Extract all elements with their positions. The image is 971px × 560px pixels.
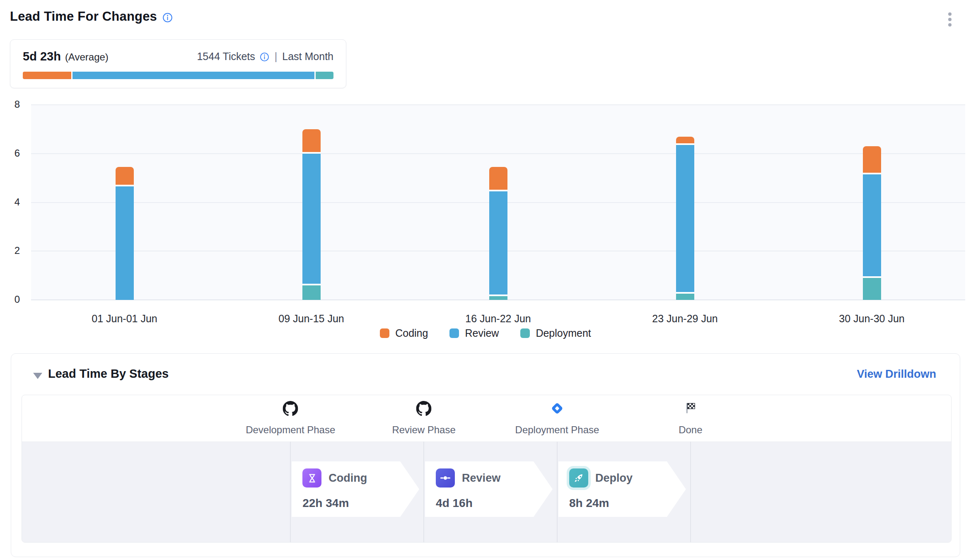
legend-item-review[interactable]: Review [449,327,499,339]
stage-duration: 22h 34m [302,497,419,510]
stacked-bar-5[interactable] [863,105,881,300]
hourglass-icon [302,468,321,488]
view-drilldown-link[interactable]: View Drilldown [857,368,936,381]
y-axis-tick-0: 0 [0,294,20,305]
legend-label: Review [465,327,499,339]
period-label: Last Month [282,51,333,63]
chart-legend: CodingReviewDeployment [0,327,971,339]
legend-item-coding[interactable]: Coding [380,327,428,339]
bar-segment-coding[interactable] [489,167,507,191]
summary-card: 5d 23h (Average) 1544 Tickets | Last Mon… [10,39,346,88]
legend-swatch-coding [380,328,389,338]
y-axis-tick-4: 4 [0,196,20,208]
more-menu-button[interactable] [944,12,956,29]
y-axis-tick-6: 6 [0,147,20,159]
stage-duration: 4d 16h [436,497,553,510]
stage-column-divider [423,442,424,543]
legend-swatch-review [449,328,459,338]
summary-bar-segment-deployment [316,72,333,79]
stage-card-coding[interactable]: Coding22h 34m [292,461,419,517]
bar-segment-deployment[interactable] [676,294,694,300]
github-icon [416,401,432,418]
separator: | [274,51,278,63]
stage-name: Deploy [595,472,633,485]
page-title-text: Lead Time For Changes [10,9,157,24]
phase-label-2: Review Phase [392,424,455,436]
y-axis-tick-8: 8 [0,99,20,110]
legend-label: Coding [395,327,428,339]
stacked-bar-4[interactable] [676,105,694,300]
stage-card-review[interactable]: Review4d 16h [425,461,553,517]
average-lead-time-value: 5d 23h [23,50,61,63]
commit-icon [436,468,455,488]
tickets-count: 1544 Tickets [197,51,255,63]
stage-column-divider [290,442,291,543]
legend-label: Deployment [536,327,591,339]
bar-segment-deployment[interactable] [302,285,321,300]
stacked-bar-1[interactable] [116,105,134,300]
summary-bar-segment-coding [23,72,72,79]
github-icon [283,401,298,418]
bar-segment-deployment[interactable] [863,278,881,300]
stage-card-deploy[interactable]: Deploy8h 24m [558,461,686,517]
legend-item-deployment[interactable]: Deployment [520,327,591,339]
collapse-caret-icon[interactable] [33,373,42,379]
stage-column-divider [690,442,691,543]
x-axis-label-5: 30 Jun-30 Jun [839,313,904,325]
lead-time-widget: Lead Time For Changes 5d 23h (Average) 1… [0,0,971,560]
phase-label-4: Done [679,424,702,436]
bar-segment-coding[interactable] [302,129,321,154]
summary-distribution-bar [23,72,333,79]
x-axis-label-3: 16 Jun-22 Jun [465,313,531,325]
stacked-bar-2[interactable] [302,105,321,300]
bar-segment-review[interactable] [116,186,134,300]
bar-segment-review[interactable] [863,174,881,278]
stages-section-title: Lead Time By Stages [48,367,169,381]
info-icon[interactable] [162,12,173,23]
summary-bar-segment-review [72,72,316,79]
jira-icon [550,401,565,418]
y-axis-tick-2: 2 [0,245,20,256]
stage-name: Coding [328,472,367,485]
bar-segment-review[interactable] [676,145,694,294]
x-axis-label-2: 09 Jun-15 Jun [278,313,344,325]
page-title: Lead Time For Changes [10,9,173,24]
bar-segment-review[interactable] [302,154,321,285]
bar-segment-coding[interactable] [863,146,881,174]
phase-label-1: Development Phase [246,424,335,436]
bar-segment-review[interactable] [489,191,507,296]
rocket-icon [569,468,588,488]
stage-duration: 8h 24m [569,497,686,510]
x-axis-label-4: 23 Jun-29 Jun [652,313,717,325]
phase-label-3: Deployment Phase [515,424,599,436]
stages-table: Development PhaseReview PhaseDeployment … [22,395,952,543]
x-axis-label-1: 01 Jun-01 Jun [92,313,157,325]
bar-segment-coding[interactable] [676,137,694,145]
average-label: (Average) [65,51,109,63]
legend-swatch-deployment [520,328,530,338]
bar-segment-coding[interactable] [116,167,134,186]
bar-segment-deployment[interactable] [489,296,507,300]
finish-flag-icon [684,401,698,417]
stacked-bar-3[interactable] [489,105,507,300]
stage-column-divider [557,442,558,543]
tickets-info-icon[interactable] [259,52,270,62]
stage-name: Review [462,472,500,485]
